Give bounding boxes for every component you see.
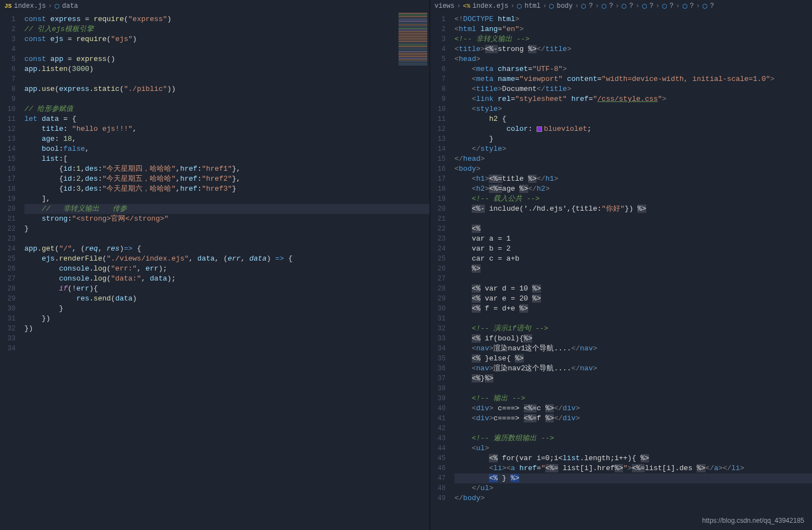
code-line[interactable]: <h1><%=title %></h1> <box>454 174 812 184</box>
code-line[interactable]: </ul> <box>454 483 812 493</box>
code-line[interactable]: strong:"<strong>官网</strong>" <box>24 214 430 224</box>
code-line[interactable] <box>24 344 430 354</box>
breadcrumb-seg[interactable]: views <box>435 2 454 10</box>
breadcrumb-seg[interactable]: <%index.ejs <box>463 2 508 10</box>
editor-left[interactable]: 1234567891011121314151617181920212223242… <box>0 12 430 530</box>
code-line[interactable]: // 引入ejs模板引擎 <box>24 24 430 34</box>
code-line[interactable]: <!-- 载入公共 --> <box>454 194 812 204</box>
code-line[interactable]: } <box>454 134 812 144</box>
code-line[interactable]: <title>Document</title> <box>454 84 812 94</box>
code-line[interactable]: </style> <box>454 144 812 154</box>
code-line[interactable]: %> <box>454 264 812 274</box>
code-line[interactable]: color: blueviolet; <box>454 124 812 134</box>
code-line[interactable]: <% var d = 10 %> <box>454 284 812 294</box>
code-line[interactable]: title: "hello ejs!!!", <box>24 124 430 134</box>
code-line[interactable]: <% <box>454 224 812 234</box>
code-left[interactable]: const express = require("express")// 引入e… <box>21 12 430 530</box>
code-line[interactable]: <%}%> <box>454 374 812 384</box>
code-line[interactable]: <meta charset="UTF-8"> <box>454 64 812 74</box>
code-line[interactable] <box>454 274 812 284</box>
code-line[interactable]: <head> <box>454 54 812 64</box>
code-line[interactable]: const express = require("express") <box>24 14 430 24</box>
code-line[interactable]: </head> <box>454 154 812 164</box>
code-line[interactable]: <ul> <box>454 444 812 453</box>
code-line[interactable] <box>454 314 812 324</box>
code-line[interactable]: <%- include('./hd.ejs',{title:"你好"}) %> <box>454 204 812 214</box>
code-line[interactable]: var b = 2 <box>454 244 812 254</box>
code-line[interactable]: <% }else{ %> <box>454 354 812 364</box>
code-line[interactable]: const ejs = require("ejs") <box>24 34 430 44</box>
code-line[interactable]: {id:1,des:"今天星期四，哈哈哈",href:"href1"}, <box>24 164 430 174</box>
code-line[interactable]: <!-- 遍历数组输出 --> <box>454 434 812 444</box>
code-line[interactable]: <div> c===> <%=c %></div> <box>454 404 812 414</box>
editor-right[interactable]: 1234567891011121314151617181920212223242… <box>430 12 812 530</box>
code-line[interactable]: <meta name="viewport" content="width=dev… <box>454 74 812 84</box>
code-line[interactable]: list:[ <box>24 154 430 164</box>
breadcrumb-seg[interactable]: ⬡body <box>549 2 573 10</box>
code-line[interactable]: // 非转义输出 传参 <box>24 204 430 214</box>
code-line[interactable]: <nav>渲染nav1这个导航....</nav> <box>454 344 812 354</box>
code-line[interactable] <box>454 384 812 394</box>
breadcrumb-seg[interactable]: ⬡html <box>517 2 540 10</box>
code-right[interactable]: <!DOCTYPE html><html lang="en"><!-- 非转义输… <box>451 12 812 530</box>
code-line[interactable]: app.use(express.static("./piblic")) <box>24 84 430 94</box>
code-line[interactable] <box>454 424 812 434</box>
breadcrumb-right[interactable]: views›<%index.ejs›⬡html›⬡body›⬡?›⬡?›⬡?›⬡… <box>430 0 812 12</box>
breadcrumb-seg[interactable]: ⬡? <box>581 2 593 10</box>
code-line[interactable]: car c = a+b <box>454 254 812 264</box>
code-line[interactable]: <!-- 演示if语句 --> <box>454 324 812 334</box>
code-line[interactable]: <% } %> <box>454 473 812 483</box>
code-line[interactable]: bool:false, <box>24 144 430 154</box>
code-line[interactable]: <!-- 输出 --> <box>454 394 812 404</box>
code-line[interactable]: <nav>渲染nav2这个导航....</nav> <box>454 364 812 374</box>
code-line[interactable]: <h2><%=age %></h2> <box>454 184 812 194</box>
code-line[interactable]: h2 { <box>454 114 812 124</box>
code-line[interactable]: let data = { <box>24 114 430 124</box>
code-line[interactable]: const app = express() <box>24 54 430 64</box>
code-line[interactable]: <li><a href="<%= list[i].href%>"><%=list… <box>454 463 812 473</box>
code-line[interactable]: {id:3,des:"今天星期六，哈哈哈",href:"href3"} <box>24 184 430 194</box>
code-line[interactable]: <style> <box>454 104 812 114</box>
code-line[interactable]: }) <box>24 314 430 324</box>
breadcrumb-seg[interactable]: ⬡? <box>601 2 613 10</box>
breadcrumb-seg[interactable]: ⬡? <box>682 2 694 10</box>
code-line[interactable]: <title><%-strong %></title> <box>454 44 812 54</box>
code-line[interactable]: <% var e = 20 %> <box>454 294 812 304</box>
code-line[interactable]: } <box>24 304 430 314</box>
code-line[interactable]: app.get("/", (req, res)=> { <box>24 244 430 254</box>
code-line[interactable]: age: 18, <box>24 134 430 144</box>
code-line[interactable]: if(!err){ <box>24 284 430 294</box>
breadcrumb-seg[interactable]: ⬡? <box>642 2 653 10</box>
code-line[interactable] <box>24 234 430 244</box>
code-line[interactable]: <link rel="stylesheet" href="/css/style.… <box>454 94 812 104</box>
code-line[interactable]: <html lang="en"> <box>454 24 812 34</box>
code-line[interactable]: <div>c====> <%=f %></div> <box>454 414 812 424</box>
code-line[interactable]: <body> <box>454 164 812 174</box>
code-line[interactable]: {id:2,des:"今天星期五，哈哈哈",href:"href2"}, <box>24 174 430 184</box>
code-line[interactable]: <% f = d+e %> <box>454 304 812 314</box>
breadcrumb-left[interactable]: JSindex.js › ⬡data <box>0 0 430 12</box>
code-line[interactable]: <!DOCTYPE html> <box>454 14 812 24</box>
code-line[interactable]: ejs.renderFile("./views/index.ejs", data… <box>24 254 430 264</box>
code-line[interactable] <box>454 214 812 224</box>
code-line[interactable]: <!-- 非转义输出 --> <box>454 34 812 44</box>
breadcrumb-seg[interactable]: ⬡data <box>54 2 78 10</box>
code-line[interactable] <box>24 74 430 84</box>
code-line[interactable]: // 给形参赋值 <box>24 104 430 114</box>
code-line[interactable]: ], <box>24 194 430 204</box>
code-line[interactable]: } <box>24 224 430 234</box>
code-line[interactable]: <% for(var i=0;i<list.length;i++){ %> <box>454 453 812 463</box>
code-line[interactable] <box>24 44 430 54</box>
code-line[interactable]: <% if(bool){%> <box>454 334 812 344</box>
code-line[interactable]: }) <box>24 324 430 334</box>
code-line[interactable]: res.send(data) <box>24 294 430 304</box>
breadcrumb-seg[interactable]: ⬡? <box>662 2 673 10</box>
code-line[interactable] <box>24 334 430 344</box>
breadcrumb-seg[interactable]: JSindex.js <box>4 2 46 10</box>
code-line[interactable]: app.listen(3000) <box>24 64 430 74</box>
code-line[interactable] <box>24 94 430 104</box>
code-line[interactable]: console.log("err:", err); <box>24 264 430 274</box>
breadcrumb-seg[interactable]: ⬡? <box>621 2 633 10</box>
code-line[interactable]: </body> <box>454 493 812 503</box>
code-line[interactable]: var a = 1 <box>454 234 812 244</box>
